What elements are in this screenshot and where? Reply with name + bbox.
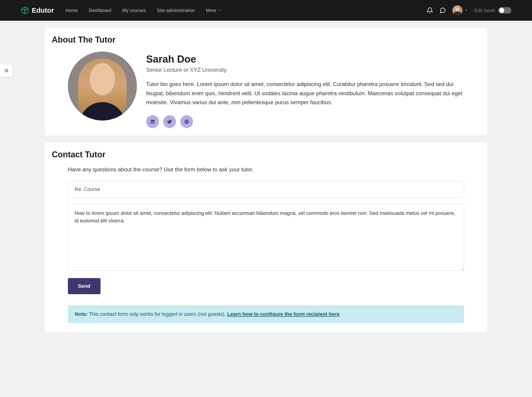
logo-text: Edutor bbox=[32, 6, 54, 14]
twitter-icon[interactable] bbox=[163, 115, 176, 128]
subject-input[interactable] bbox=[68, 181, 464, 198]
nav-my-courses[interactable]: My courses bbox=[122, 8, 146, 13]
bell-icon[interactable] bbox=[427, 7, 433, 13]
tutor-title: Senior Lecture or XYZ University bbox=[146, 67, 464, 73]
edit-mode-label: Edit mode bbox=[475, 8, 495, 13]
note-end: . bbox=[339, 311, 341, 317]
nav-right: Edit mode bbox=[427, 5, 511, 15]
note-label: Note: bbox=[75, 311, 88, 317]
nav-more-label: More bbox=[206, 8, 217, 13]
nav-home[interactable]: Home bbox=[66, 8, 78, 13]
nav-dashboard[interactable]: Dashboard bbox=[89, 8, 111, 13]
navbar: Edutor Home Dashboard My courses Site ad… bbox=[0, 0, 532, 21]
contact-intro: Have any questions about the course? Use… bbox=[68, 166, 464, 173]
chat-icon[interactable] bbox=[439, 7, 446, 13]
message-textarea[interactable] bbox=[68, 204, 464, 271]
nav-site-admin[interactable]: Site administration bbox=[157, 8, 195, 13]
logo-icon bbox=[21, 6, 29, 14]
note-box: Note: This contact form only works for l… bbox=[68, 305, 464, 323]
tutor-bio: Tutor bio goes here. Lorem ipsum dolor s… bbox=[146, 80, 464, 107]
tutor-name: Sarah Doe bbox=[146, 53, 464, 65]
list-icon bbox=[3, 68, 9, 73]
main-container: About The Tutor Sarah Doe Senior Lecture… bbox=[23, 21, 509, 346]
tutor-avatar bbox=[68, 51, 137, 121]
tutor-info: Sarah Doe Senior Lecture or XYZ Universi… bbox=[146, 51, 464, 128]
chevron-down-icon bbox=[464, 8, 468, 12]
contact-section-title: Contact Tutor bbox=[52, 150, 480, 159]
edit-mode: Edit mode bbox=[475, 7, 511, 13]
globe-icon[interactable] bbox=[180, 115, 193, 128]
nav-links: Home Dashboard My courses Site administr… bbox=[66, 8, 222, 13]
user-menu[interactable] bbox=[452, 5, 468, 15]
about-section-title: About The Tutor bbox=[52, 35, 480, 45]
avatar bbox=[452, 5, 463, 15]
nav-more[interactable]: More bbox=[206, 8, 222, 13]
social-icons bbox=[146, 115, 464, 128]
chevron-down-icon bbox=[218, 8, 221, 12]
edit-mode-toggle[interactable] bbox=[498, 7, 511, 13]
note-text: This contact form only works for logged … bbox=[88, 311, 227, 317]
contact-tutor-card: Contact Tutor Have any questions about t… bbox=[45, 142, 487, 332]
side-drawer-toggle[interactable] bbox=[0, 64, 13, 77]
linkedin-icon[interactable] bbox=[146, 115, 159, 128]
send-button[interactable]: Send bbox=[68, 278, 100, 294]
logo[interactable]: Edutor bbox=[21, 6, 54, 14]
contact-inner: Have any questions about the course? Use… bbox=[52, 166, 480, 323]
note-link[interactable]: Learn how to configure the form recipien… bbox=[227, 311, 339, 317]
about-tutor-card: About The Tutor Sarah Doe Senior Lecture… bbox=[45, 28, 487, 136]
tutor-section: Sarah Doe Senior Lecture or XYZ Universi… bbox=[52, 51, 480, 128]
